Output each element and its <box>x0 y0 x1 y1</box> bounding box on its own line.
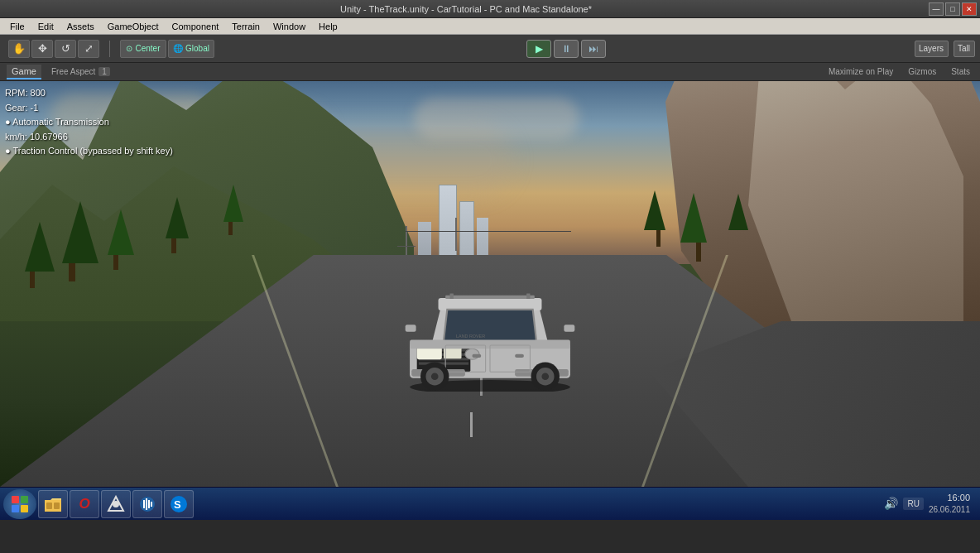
svg-point-23 <box>541 373 549 380</box>
title-controls: — □ ✕ <box>929 2 977 16</box>
menu-window[interactable]: Window <box>267 20 312 33</box>
cliff-right-detail <box>748 81 963 321</box>
stats-btn[interactable]: Stats <box>948 66 973 77</box>
svg-text:LAND ROVER: LAND ROVER <box>456 334 485 339</box>
aspect-control: Free Aspect 1 <box>51 67 110 76</box>
tree-left-2-top <box>62 201 98 263</box>
pivot-center-btn[interactable]: ⊙ Center <box>120 40 166 58</box>
tree-right-1-top <box>644 190 665 230</box>
layout-select[interactable]: Tall <box>954 41 975 57</box>
tree-left-3-trunk <box>113 255 118 270</box>
svg-rect-27 <box>406 325 416 332</box>
layers-dropdown-wrap: Layers <box>915 41 949 57</box>
close-button[interactable]: ✕ <box>962 2 977 16</box>
svg-rect-31 <box>21 496 28 503</box>
pause-button[interactable]: ⏸ <box>554 40 579 58</box>
pivot-group: ⊙ Center 🌐 Global <box>117 40 218 58</box>
center-icon: ⊙ <box>126 44 132 53</box>
svg-rect-16 <box>472 354 481 358</box>
menu-component[interactable]: Component <box>165 20 225 33</box>
svg-rect-33 <box>21 505 28 512</box>
tree-left-5-top <box>223 185 243 222</box>
aspect-label: Free Aspect <box>51 67 95 76</box>
move-tool[interactable]: ✥ <box>31 40 53 58</box>
hud-transmission: ● Automatic Transmission <box>5 115 173 130</box>
menu-help[interactable]: Help <box>312 20 344 33</box>
menu-gameobject[interactable]: GameObject <box>101 20 166 33</box>
start-button[interactable] <box>3 489 36 519</box>
step-button[interactable]: ⏭ <box>581 40 606 58</box>
svg-rect-32 <box>12 505 19 512</box>
tree-right-1-trunk <box>656 230 661 247</box>
aspect-value: 1 <box>98 67 110 76</box>
svg-rect-7 <box>419 362 468 364</box>
menu-bar: File Edit Assets GameObject Component Te… <box>0 18 980 35</box>
svg-rect-24 <box>445 296 535 299</box>
game-tab[interactable]: Game <box>7 65 41 79</box>
toolbar-separator-1 <box>109 41 110 57</box>
tree-left-3-top <box>108 209 134 255</box>
svg-rect-9 <box>444 348 462 358</box>
maximize-on-play-btn[interactable]: Maximize on Play <box>825 66 896 77</box>
taskbar: O S 🔊 RU 16:00 26.06.2011 <box>0 487 980 520</box>
taskbar-icon-unity[interactable] <box>101 490 131 518</box>
menu-terrain[interactable]: Terrain <box>225 20 267 33</box>
layout-dropdown-wrap: Tall <box>954 41 975 57</box>
svg-rect-30 <box>12 496 19 503</box>
title-text: Unity - TheTrack.unity - CarTutorial - P… <box>3 4 929 14</box>
svg-rect-2 <box>439 298 542 310</box>
hand-tool[interactable]: ✋ <box>8 40 30 58</box>
power-line-1 <box>397 246 416 247</box>
playback-controls: ▶ ⏸ ⏭ <box>221 40 911 58</box>
menu-edit[interactable]: Edit <box>31 20 60 33</box>
tree-left-1-trunk <box>30 272 35 288</box>
svg-point-10 <box>465 349 479 359</box>
svg-point-37 <box>113 501 119 507</box>
scale-tool[interactable]: ⤢ <box>78 40 99 58</box>
svg-rect-25 <box>450 294 454 299</box>
rotate-tool[interactable]: ↺ <box>55 40 76 58</box>
tree-right-2-top <box>680 193 707 243</box>
svg-point-20 <box>431 373 439 380</box>
transform-tools: ✋ ✥ ↺ ⤢ <box>5 40 103 58</box>
system-tray: 🔊 <box>884 497 898 510</box>
taskbar-right: 🔊 RU 16:00 26.06.2011 <box>877 492 977 516</box>
hud-speed: km/h: 10.67966 <box>5 130 173 145</box>
minimize-button[interactable]: — <box>929 2 944 16</box>
road-mark-1 <box>470 412 473 437</box>
svg-rect-35 <box>54 503 60 509</box>
game-options: Maximize on Play Gizmos Stats <box>825 66 973 77</box>
hud-rpm: RPM: 800 <box>5 86 173 101</box>
taskbar-icon-explorer[interactable] <box>38 490 68 518</box>
svg-rect-17 <box>515 354 524 358</box>
tree-left-2-trunk <box>69 263 75 281</box>
maximize-button[interactable]: □ <box>945 2 960 16</box>
tree-left-1-top <box>25 222 55 272</box>
power-line-2 <box>406 231 571 232</box>
power-tower-2 <box>455 218 457 251</box>
tree-left-4-top <box>166 197 189 238</box>
taskbar-icon-audacity[interactable] <box>132 490 162 518</box>
hud-overlay: RPM: 800 Gear: -1 ● Automatic Transmissi… <box>5 86 173 159</box>
tree-left-5-trunk <box>228 222 233 235</box>
play-button[interactable]: ▶ <box>526 40 551 58</box>
menu-file[interactable]: File <box>3 20 31 33</box>
car: LAND ROVER <box>399 276 581 392</box>
layers-select[interactable]: Layers <box>915 41 949 57</box>
clock-time: 16:00 <box>929 492 970 504</box>
svg-rect-28 <box>564 325 574 332</box>
svg-text:S: S <box>174 498 181 511</box>
taskbar-icon-opera[interactable]: O <box>70 490 99 518</box>
language-indicator[interactable]: RU <box>903 498 923 510</box>
menu-assets[interactable]: Assets <box>60 20 101 33</box>
gizmos-btn[interactable]: Gizmos <box>905 66 939 77</box>
game-canvas[interactable]: LAND ROVER RPM: 800 Gear: -1 ● Automatic… <box>0 81 980 487</box>
toolbar: ✋ ✥ ↺ ⤢ ⊙ Center 🌐 Global ▶ ⏸ ⏭ Layers T… <box>0 35 980 63</box>
volume-icon[interactable]: 🔊 <box>884 497 898 510</box>
tree-right-2-trunk <box>696 243 701 262</box>
taskbar-icon-skype[interactable]: S <box>164 490 194 518</box>
game-panel-header: Game Free Aspect 1 Maximize on Play Gizm… <box>0 63 980 81</box>
title-bar: Unity - TheTrack.unity - CarTutorial - P… <box>0 0 980 18</box>
hud-gear: Gear: -1 <box>5 101 173 116</box>
pivot-global-btn[interactable]: 🌐 Global <box>168 40 214 58</box>
